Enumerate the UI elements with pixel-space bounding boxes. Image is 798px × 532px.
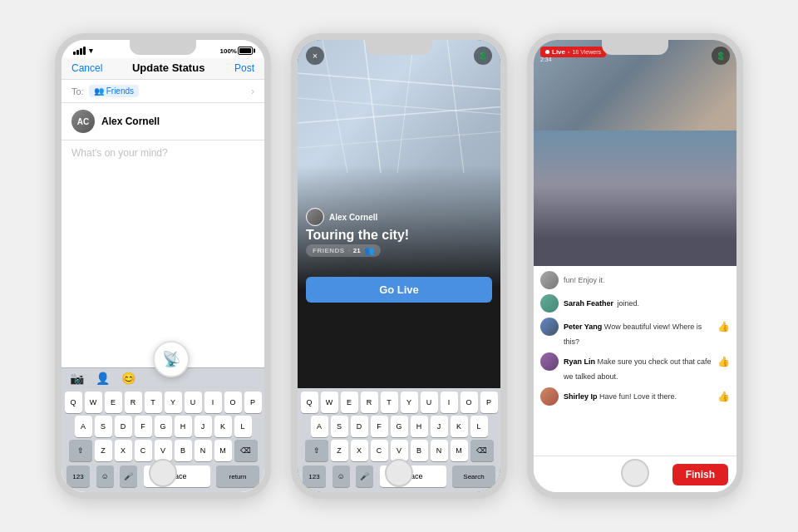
emoji-icon[interactable]: 😊 xyxy=(121,372,135,385)
p2-key-z[interactable]: Z xyxy=(331,440,348,461)
key-l[interactable]: L xyxy=(234,416,252,437)
key-y[interactable]: Y xyxy=(165,392,182,413)
key-h[interactable]: H xyxy=(175,416,192,437)
post-button[interactable]: Post xyxy=(234,62,254,74)
phone-3-screen: Live • 18 Viewers 2:34 💲 fun! Enjoy it. xyxy=(534,40,736,492)
sarah-name: Sarah Feather xyxy=(564,299,613,308)
status-left: ▾ xyxy=(73,47,95,55)
home-button-3[interactable] xyxy=(621,459,649,487)
system-comment-content: fun! Enjoy it. xyxy=(564,271,730,286)
key-q[interactable]: Q xyxy=(65,392,82,413)
p2-key-numbers[interactable]: 123 xyxy=(303,466,326,487)
live-user-info: Alex Cornell Touring the city! FRIENDS ·… xyxy=(306,208,409,257)
shirley-avatar xyxy=(540,387,559,406)
p2-key-mic[interactable]: 🎤 xyxy=(356,466,373,487)
p2-key-l[interactable]: L xyxy=(470,416,488,437)
go-live-button[interactable]: Go Live xyxy=(306,277,492,303)
home-button-2[interactable] xyxy=(385,459,413,487)
p2-key-d[interactable]: D xyxy=(351,416,368,437)
p2-key-x[interactable]: X xyxy=(351,440,368,461)
phone-3: Live • 18 Viewers 2:34 💲 fun! Enjoy it. xyxy=(527,33,743,499)
p2-key-u[interactable]: U xyxy=(421,392,438,413)
key-x[interactable]: X xyxy=(115,440,132,461)
share-button[interactable]: 💲 xyxy=(474,47,492,65)
key-i[interactable]: I xyxy=(204,392,222,413)
key-b[interactable]: B xyxy=(175,440,192,461)
p2-key-g[interactable]: G xyxy=(391,416,408,437)
key-w[interactable]: W xyxy=(85,392,102,413)
p2-key-s[interactable]: S xyxy=(331,416,348,437)
p2-key-k[interactable]: K xyxy=(451,416,468,437)
p2-key-b[interactable]: B xyxy=(411,440,428,461)
close-icon: × xyxy=(313,51,318,61)
key-d[interactable]: D xyxy=(115,416,132,437)
p2-key-emoji[interactable]: ☺ xyxy=(332,466,350,487)
key-numbers[interactable]: 123 xyxy=(66,466,90,487)
p2-key-c[interactable]: C xyxy=(371,440,388,461)
key-p[interactable]: P xyxy=(244,392,262,413)
comment-ryan: Ryan Lin Make sure you check out that ca… xyxy=(540,352,730,382)
p2-key-f[interactable]: F xyxy=(371,416,388,437)
p2-key-p[interactable]: P xyxy=(480,392,498,413)
svg-line-0 xyxy=(298,73,500,90)
like-icon-shirley[interactable]: 👍 xyxy=(717,391,730,402)
cancel-button[interactable]: Cancel xyxy=(71,62,102,74)
key-delete[interactable]: ⌫ xyxy=(234,440,258,461)
wifi-icon: ▾ xyxy=(89,47,93,55)
p2-key-m[interactable]: M xyxy=(451,440,468,461)
key-j[interactable]: J xyxy=(195,416,212,437)
p2-key-t[interactable]: T xyxy=(381,392,398,413)
p2-key-delete[interactable]: ⌫ xyxy=(470,440,494,461)
p2-key-o[interactable]: O xyxy=(461,392,478,413)
p2-key-y[interactable]: Y xyxy=(401,392,418,413)
p2-key-q[interactable]: Q xyxy=(301,392,318,413)
key-mic[interactable]: 🎤 xyxy=(120,466,137,487)
svg-line-7 xyxy=(298,131,500,148)
key-k[interactable]: K xyxy=(214,416,232,437)
status-input[interactable]: What's on your mind? xyxy=(62,140,264,367)
key-n[interactable]: N xyxy=(195,440,212,461)
finish-button[interactable]: Finish xyxy=(672,464,728,485)
key-u[interactable]: U xyxy=(185,392,202,413)
p2-key-i[interactable]: I xyxy=(441,392,458,413)
key-shift[interactable]: ⇧ xyxy=(69,440,92,461)
p2-key-w[interactable]: W xyxy=(321,392,338,413)
nav-bar-1: Cancel Update Status Post xyxy=(62,58,264,80)
key-e[interactable]: E xyxy=(105,392,122,413)
live-broadcast-icon[interactable]: 📡 xyxy=(153,341,190,377)
close-button[interactable]: × xyxy=(306,47,324,65)
stream-share-button[interactable]: 💲 xyxy=(712,47,730,65)
key-g[interactable]: G xyxy=(155,416,172,437)
cityscape xyxy=(534,131,736,266)
key-emoji[interactable]: ☺ xyxy=(96,466,114,487)
key-return[interactable]: return xyxy=(216,466,259,487)
person-icon[interactable]: 👤 xyxy=(96,372,110,385)
home-button-1[interactable] xyxy=(149,459,177,487)
phone-2: × 💲 Alex Cornell Touring the city! FRIEN… xyxy=(291,33,507,499)
key-r[interactable]: R xyxy=(125,392,142,413)
dot-separator: · xyxy=(348,247,350,254)
key-c[interactable]: C xyxy=(135,440,152,461)
p2-key-search[interactable]: Search xyxy=(452,466,495,487)
p2-key-r[interactable]: R xyxy=(361,392,378,413)
p2-key-a[interactable]: A xyxy=(311,416,328,437)
key-f[interactable]: F xyxy=(135,416,152,437)
key-o[interactable]: O xyxy=(224,392,242,413)
stream-time: 2:34 xyxy=(540,57,552,62)
p2-key-shift[interactable]: ⇧ xyxy=(305,440,328,461)
to-row[interactable]: To: 👥 Friends › xyxy=(62,80,264,103)
camera-icon[interactable]: 📷 xyxy=(70,372,84,385)
p2-key-j[interactable]: J xyxy=(431,416,448,437)
battery-icon xyxy=(238,47,253,55)
key-t[interactable]: T xyxy=(145,392,162,413)
p2-key-n[interactable]: N xyxy=(431,440,448,461)
key-a[interactable]: A xyxy=(75,416,92,437)
key-m[interactable]: M xyxy=(214,440,232,461)
p2-key-h[interactable]: H xyxy=(411,416,428,437)
p2-key-e[interactable]: E xyxy=(341,392,358,413)
like-icon-peter[interactable]: 👍 xyxy=(717,321,730,332)
key-s[interactable]: S xyxy=(95,416,112,437)
key-z[interactable]: Z xyxy=(95,440,112,461)
audience-selector[interactable]: 👥 Friends xyxy=(89,85,139,97)
like-icon-ryan[interactable]: 👍 xyxy=(717,356,730,367)
